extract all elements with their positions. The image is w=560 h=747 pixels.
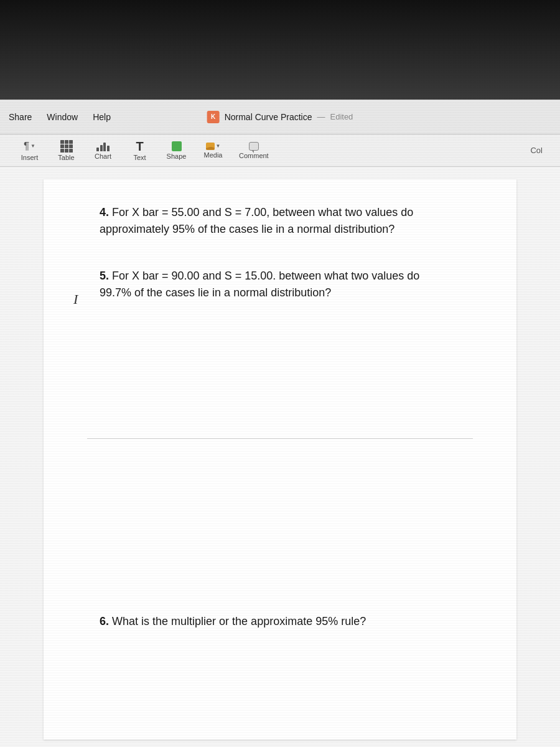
comment-bubble-icon xyxy=(249,142,259,151)
q6-number: 6. xyxy=(100,615,109,627)
document-title: Normal Curve Practice xyxy=(225,112,312,122)
comment-icon-area xyxy=(249,142,259,151)
menu-bar: Share Window Help K Normal Curve Practic… xyxy=(0,100,560,134)
media-label: Media xyxy=(204,151,223,159)
text-t-icon: T xyxy=(136,140,143,153)
chart-bars-icon xyxy=(96,141,110,151)
document-status: Edited xyxy=(330,112,353,121)
table-icon-area xyxy=(60,140,73,153)
window-top-area xyxy=(0,0,560,100)
table-grid-icon xyxy=(60,140,73,153)
question-6: 6. What is the multiplier or the approxi… xyxy=(87,613,473,630)
menu-share[interactable]: Share xyxy=(6,111,34,123)
question-4: 4. For X bar = 55.00 and S = 7.00, betwe… xyxy=(87,204,473,238)
table-button[interactable]: Table xyxy=(49,138,83,164)
text-button[interactable]: T Text xyxy=(123,138,157,164)
toolbar: ¶ ▼ Insert Table Chart T xyxy=(0,134,560,167)
title-separator: — xyxy=(317,112,325,121)
insert-icon-area: ¶ ▼ xyxy=(24,140,35,153)
chart-button[interactable]: Chart xyxy=(86,139,120,162)
insert-chevron-icon: ▼ xyxy=(30,143,35,149)
doc-icon-letter: K xyxy=(211,113,215,120)
paragraph-icon: ¶ xyxy=(24,140,29,153)
comment-label: Comment xyxy=(239,152,269,159)
chart-icon-area xyxy=(96,141,110,151)
text-cursor: I xyxy=(73,291,78,308)
shape-label: Shape xyxy=(167,153,187,160)
media-chevron-icon: ▼ xyxy=(216,143,221,149)
menu-help[interactable]: Help xyxy=(90,111,113,123)
document-title-area: K Normal Curve Practice — Edited xyxy=(207,111,353,123)
col-label: Col xyxy=(530,146,548,155)
document-icon: K xyxy=(207,111,220,123)
media-button[interactable]: ▼ Media xyxy=(196,140,230,161)
menu-window[interactable]: Window xyxy=(44,111,80,123)
shape-icon-area xyxy=(172,141,182,151)
menu-items: Share Window Help xyxy=(0,111,113,123)
comment-button[interactable]: Comment xyxy=(233,139,275,162)
q5-text: For X bar = 90.00 and S = 15.00. between… xyxy=(100,270,419,299)
q4-text: For X bar = 55.00 and S = 7.00, between … xyxy=(100,206,413,235)
media-icon-area: ▼ xyxy=(206,143,221,150)
q4-number: 4. xyxy=(100,206,109,218)
shape-square-icon xyxy=(172,141,182,151)
insert-button[interactable]: ¶ ▼ Insert xyxy=(12,138,47,164)
table-label: Table xyxy=(58,154,74,161)
document-area: I 4. For X bar = 55.00 and S = 7.00, bet… xyxy=(0,167,560,747)
text-label: Text xyxy=(133,154,146,161)
media-thumbnail-icon xyxy=(206,143,215,150)
text-icon-area: T xyxy=(136,140,143,153)
question-5: 5. For X bar = 90.00 and S = 15.00. betw… xyxy=(87,268,473,301)
insert-label: Insert xyxy=(21,154,39,161)
section-divider xyxy=(87,438,473,439)
chart-label: Chart xyxy=(95,153,111,160)
media-image-icon: ▼ xyxy=(206,143,221,150)
q5-number: 5. xyxy=(100,270,109,282)
document-page[interactable]: I 4. For X bar = 55.00 and S = 7.00, bet… xyxy=(44,179,516,740)
q6-text: What is the multiplier or the approximat… xyxy=(112,615,366,627)
shape-button[interactable]: Shape xyxy=(159,139,194,162)
